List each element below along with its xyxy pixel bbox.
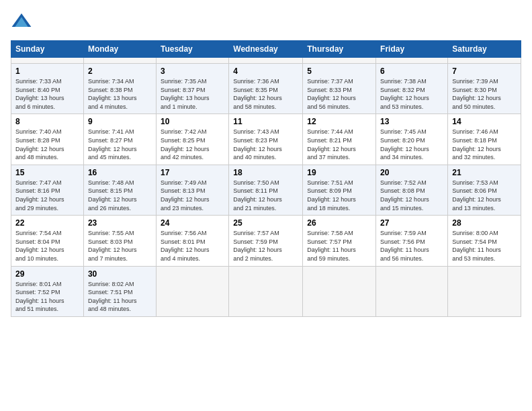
calendar-cell: 27Sunrise: 7:59 AM Sunset: 7:56 PM Dayli… xyxy=(376,216,448,266)
day-info: Sunrise: 7:50 AM Sunset: 8:11 PM Dayligh… xyxy=(233,179,298,212)
day-number: 26 xyxy=(307,218,371,228)
day-info: Sunrise: 7:33 AM Sunset: 8:40 PM Dayligh… xyxy=(15,77,79,111)
day-info: Sunrise: 7:38 AM Sunset: 8:32 PM Dayligh… xyxy=(380,77,443,111)
day-number: 6 xyxy=(380,66,443,76)
day-info: Sunrise: 7:51 AM Sunset: 8:09 PM Dayligh… xyxy=(307,179,371,212)
calendar-header: SundayMondayTuesdayWednesdayThursdayFrid… xyxy=(11,41,521,58)
calendar-cell: 15Sunrise: 7:47 AM Sunset: 8:16 PM Dayli… xyxy=(11,165,84,215)
calendar-cell xyxy=(448,266,521,316)
calendar-cell xyxy=(156,266,228,316)
calendar-row: 8Sunrise: 7:40 AM Sunset: 8:28 PM Daylig… xyxy=(11,114,521,165)
calendar-cell xyxy=(303,266,376,316)
calendar-cell: 7Sunrise: 7:39 AM Sunset: 8:30 PM Daylig… xyxy=(448,64,521,114)
calendar-cell: 16Sunrise: 7:48 AM Sunset: 8:15 PM Dayli… xyxy=(83,165,156,215)
day-info: Sunrise: 7:52 AM Sunset: 8:08 PM Dayligh… xyxy=(380,179,443,212)
day-number: 20 xyxy=(380,168,443,177)
day-number: 10 xyxy=(161,117,224,126)
header-cell-thursday: Thursday xyxy=(303,41,376,58)
day-number: 8 xyxy=(15,117,79,126)
calendar-cell: 4Sunrise: 7:36 AM Sunset: 8:35 PM Daylig… xyxy=(229,64,303,114)
day-number: 9 xyxy=(88,117,152,126)
day-number: 15 xyxy=(15,168,79,177)
day-number: 5 xyxy=(307,66,371,76)
calendar-cell: 19Sunrise: 7:51 AM Sunset: 8:09 PM Dayli… xyxy=(303,165,376,215)
day-info: Sunrise: 7:43 AM Sunset: 8:23 PM Dayligh… xyxy=(233,128,298,161)
calendar-row: 15Sunrise: 7:47 AM Sunset: 8:16 PM Dayli… xyxy=(11,165,521,215)
header-cell-wednesday: Wednesday xyxy=(229,41,303,58)
day-info: Sunrise: 7:58 AM Sunset: 7:57 PM Dayligh… xyxy=(307,229,371,263)
day-info: Sunrise: 8:02 AM Sunset: 7:51 PM Dayligh… xyxy=(88,280,152,314)
day-info: Sunrise: 7:37 AM Sunset: 8:33 PM Dayligh… xyxy=(307,77,371,111)
calendar-cell: 21Sunrise: 7:53 AM Sunset: 8:06 PM Dayli… xyxy=(448,165,521,215)
day-info: Sunrise: 7:46 AM Sunset: 8:18 PM Dayligh… xyxy=(452,128,517,161)
calendar-cell: 8Sunrise: 7:40 AM Sunset: 8:28 PM Daylig… xyxy=(11,114,84,165)
calendar-cell: 17Sunrise: 7:49 AM Sunset: 8:13 PM Dayli… xyxy=(156,165,228,215)
day-number: 22 xyxy=(15,218,79,228)
day-number: 12 xyxy=(307,117,371,126)
calendar-body: 1Sunrise: 7:33 AM Sunset: 8:40 PM Daylig… xyxy=(11,58,521,317)
header-cell-friday: Friday xyxy=(376,41,448,58)
calendar-cell: 12Sunrise: 7:44 AM Sunset: 8:21 PM Dayli… xyxy=(303,114,376,165)
day-info: Sunrise: 7:55 AM Sunset: 8:03 PM Dayligh… xyxy=(88,229,152,263)
calendar-cell: 18Sunrise: 7:50 AM Sunset: 8:11 PM Dayli… xyxy=(229,165,303,215)
page: SundayMondayTuesdayWednesdayThursdayFrid… xyxy=(0,0,532,411)
logo-icon xyxy=(11,11,32,32)
calendar-cell xyxy=(156,58,228,64)
calendar-cell xyxy=(376,58,448,64)
header-cell-sunday: Sunday xyxy=(11,41,84,58)
day-info: Sunrise: 7:59 AM Sunset: 7:56 PM Dayligh… xyxy=(380,229,443,263)
day-info: Sunrise: 7:35 AM Sunset: 8:37 PM Dayligh… xyxy=(161,77,224,111)
day-number: 2 xyxy=(88,66,152,76)
day-info: Sunrise: 7:49 AM Sunset: 8:13 PM Dayligh… xyxy=(161,179,224,212)
calendar-cell: 24Sunrise: 7:56 AM Sunset: 8:01 PM Dayli… xyxy=(156,216,228,266)
day-number: 14 xyxy=(452,117,517,126)
calendar-cell: 1Sunrise: 7:33 AM Sunset: 8:40 PM Daylig… xyxy=(11,64,84,114)
day-number: 18 xyxy=(233,168,298,177)
day-number: 21 xyxy=(452,168,517,177)
calendar-cell: 28Sunrise: 8:00 AM Sunset: 7:54 PM Dayli… xyxy=(448,216,521,266)
header-row: SundayMondayTuesdayWednesdayThursdayFrid… xyxy=(11,41,521,58)
day-number: 29 xyxy=(15,269,79,279)
day-number: 1 xyxy=(15,66,79,76)
day-info: Sunrise: 7:40 AM Sunset: 8:28 PM Dayligh… xyxy=(15,128,79,161)
calendar-cell xyxy=(448,58,521,64)
calendar-cell xyxy=(376,266,448,316)
day-number: 13 xyxy=(380,117,443,126)
header xyxy=(11,11,521,32)
calendar-cell: 5Sunrise: 7:37 AM Sunset: 8:33 PM Daylig… xyxy=(303,64,376,114)
day-number: 24 xyxy=(161,218,224,228)
header-cell-tuesday: Tuesday xyxy=(156,41,228,58)
day-info: Sunrise: 7:54 AM Sunset: 8:04 PM Dayligh… xyxy=(15,229,79,263)
day-number: 25 xyxy=(233,218,298,228)
day-info: Sunrise: 8:00 AM Sunset: 7:54 PM Dayligh… xyxy=(452,229,517,263)
day-info: Sunrise: 7:39 AM Sunset: 8:30 PM Dayligh… xyxy=(452,77,517,111)
day-info: Sunrise: 7:44 AM Sunset: 8:21 PM Dayligh… xyxy=(307,128,371,161)
day-info: Sunrise: 7:47 AM Sunset: 8:16 PM Dayligh… xyxy=(15,179,79,212)
day-number: 11 xyxy=(233,117,298,126)
calendar-cell: 9Sunrise: 7:41 AM Sunset: 8:27 PM Daylig… xyxy=(83,114,156,165)
day-info: Sunrise: 7:56 AM Sunset: 8:01 PM Dayligh… xyxy=(161,229,224,263)
day-number: 7 xyxy=(452,66,517,76)
calendar-cell: 26Sunrise: 7:58 AM Sunset: 7:57 PM Dayli… xyxy=(303,216,376,266)
calendar-cell: 10Sunrise: 7:42 AM Sunset: 8:25 PM Dayli… xyxy=(156,114,228,165)
calendar-cell: 29Sunrise: 8:01 AM Sunset: 7:52 PM Dayli… xyxy=(11,266,84,316)
calendar-row: 22Sunrise: 7:54 AM Sunset: 8:04 PM Dayli… xyxy=(11,216,521,266)
day-info: Sunrise: 7:41 AM Sunset: 8:27 PM Dayligh… xyxy=(88,128,152,161)
calendar-row: 29Sunrise: 8:01 AM Sunset: 7:52 PM Dayli… xyxy=(11,266,521,316)
day-number: 19 xyxy=(307,168,371,177)
calendar-cell: 30Sunrise: 8:02 AM Sunset: 7:51 PM Dayli… xyxy=(83,266,156,316)
calendar-cell: 11Sunrise: 7:43 AM Sunset: 8:23 PM Dayli… xyxy=(229,114,303,165)
calendar-cell xyxy=(303,58,376,64)
calendar-cell: 20Sunrise: 7:52 AM Sunset: 8:08 PM Dayli… xyxy=(376,165,448,215)
calendar-cell: 25Sunrise: 7:57 AM Sunset: 7:59 PM Dayli… xyxy=(229,216,303,266)
day-info: Sunrise: 7:53 AM Sunset: 8:06 PM Dayligh… xyxy=(452,179,517,212)
calendar-table: SundayMondayTuesdayWednesdayThursdayFrid… xyxy=(11,40,521,317)
day-number: 16 xyxy=(88,168,152,177)
calendar-cell xyxy=(83,58,156,64)
day-info: Sunrise: 7:36 AM Sunset: 8:35 PM Dayligh… xyxy=(233,77,298,111)
calendar-cell: 13Sunrise: 7:45 AM Sunset: 8:20 PM Dayli… xyxy=(376,114,448,165)
day-info: Sunrise: 7:57 AM Sunset: 7:59 PM Dayligh… xyxy=(233,229,298,263)
day-number: 3 xyxy=(161,66,224,76)
calendar-cell xyxy=(229,266,303,316)
day-info: Sunrise: 7:48 AM Sunset: 8:15 PM Dayligh… xyxy=(88,179,152,212)
